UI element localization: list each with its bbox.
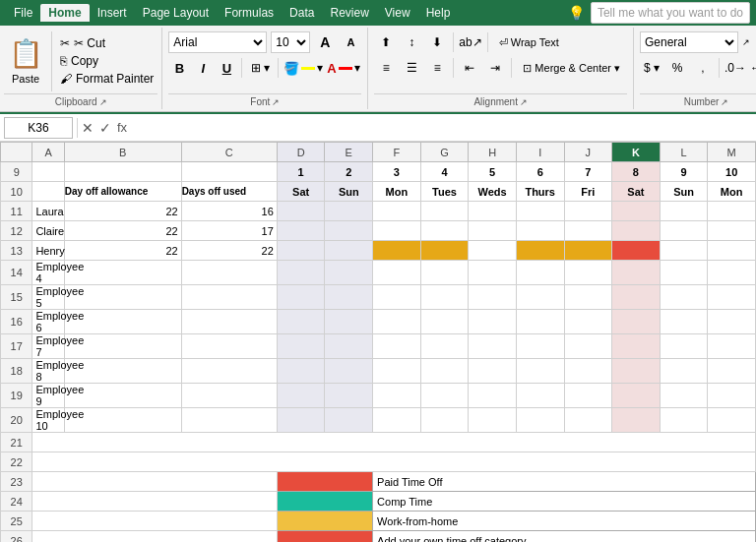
cell-19-J[interactable] — [564, 384, 612, 408]
cell-10-A[interactable] — [32, 182, 64, 202]
cell-10-D[interactable]: Sat — [277, 182, 325, 202]
cell-15-I[interactable] — [516, 285, 564, 310]
col-header-F[interactable]: F — [373, 143, 421, 162]
col-header-D[interactable]: D — [277, 143, 325, 162]
bold-button[interactable]: B — [168, 57, 190, 79]
cell-14-M[interactable] — [708, 261, 756, 285]
cell-12-K[interactable] — [612, 221, 661, 241]
decrease-indent-button[interactable]: ⇤ — [458, 57, 481, 79]
cell-17-H[interactable] — [469, 334, 517, 359]
cell-15-K[interactable] — [612, 285, 661, 310]
cell-10-M[interactable]: Mon — [708, 182, 756, 202]
menu-item-help[interactable]: Help — [418, 4, 459, 22]
cell-16-A[interactable]: Employee 6 — [32, 310, 64, 334]
cell-20-K[interactable] — [612, 408, 661, 433]
insert-function-icon[interactable]: fx — [117, 120, 127, 135]
cell-18-G[interactable] — [420, 359, 469, 384]
cell-14-H[interactable] — [469, 261, 517, 285]
cell-12-D[interactable] — [277, 221, 325, 241]
font-shrink-button[interactable]: A — [340, 31, 361, 53]
cell-19-F[interactable] — [373, 384, 421, 408]
cell-17-F[interactable] — [373, 334, 421, 359]
cell-13-B[interactable]: 22 — [64, 241, 181, 261]
tell-me-input[interactable]: Tell me what you want to do — [591, 2, 750, 24]
cell-16-D[interactable] — [277, 310, 325, 334]
number-format-select[interactable]: General — [640, 31, 738, 53]
cell-9-H[interactable]: 5 — [469, 162, 517, 182]
cell-12-J[interactable] — [564, 221, 612, 241]
cell-19-I[interactable] — [516, 384, 564, 408]
cell-12-A[interactable]: Claire — [32, 221, 64, 241]
cell-10-J[interactable]: Fri — [564, 182, 612, 202]
cell-17-K[interactable] — [612, 334, 661, 359]
menu-item-data[interactable]: Data — [282, 4, 322, 22]
cell-12-C[interactable]: 17 — [181, 221, 277, 241]
cell-21-rest[interactable] — [32, 433, 756, 452]
border-button[interactable]: ⊞ ▾ — [246, 57, 274, 79]
underline-button[interactable]: U — [216, 57, 237, 79]
cell-20-L[interactable] — [660, 408, 708, 433]
cell-9-F[interactable]: 3 — [373, 162, 421, 182]
cell-9-I[interactable]: 6 — [516, 162, 564, 182]
cell-16-E[interactable] — [325, 310, 373, 334]
cell-15-H[interactable] — [469, 285, 517, 310]
col-header-C[interactable]: C — [181, 143, 277, 162]
cell-9-L[interactable]: 9 — [660, 162, 708, 182]
col-header-H[interactable]: H — [469, 143, 517, 162]
cell-9-E[interactable]: 2 — [325, 162, 373, 182]
cell-11-K[interactable] — [612, 202, 661, 221]
cell-13-F[interactable] — [373, 241, 421, 261]
cell-13-C[interactable]: 22 — [181, 241, 277, 261]
cell-11-J[interactable] — [564, 202, 612, 221]
cell-9-M[interactable]: 10 — [708, 162, 756, 182]
cell-14-E[interactable] — [325, 261, 373, 285]
cell-13-H[interactable] — [469, 241, 517, 261]
cell-13-L[interactable] — [660, 241, 708, 261]
cell-13-I[interactable] — [516, 241, 564, 261]
col-header-L[interactable]: L — [660, 143, 708, 162]
comma-button[interactable]: , — [691, 57, 715, 79]
cell-10-I[interactable]: Thurs — [516, 182, 564, 202]
align-top-button[interactable]: ⬆ — [374, 31, 398, 53]
cell-12-B[interactable]: 22 — [64, 221, 181, 241]
cell-11-I[interactable] — [516, 202, 564, 221]
menu-item-page-layout[interactable]: Page Layout — [135, 4, 217, 22]
wrap-text-button[interactable]: ⏎ Wrap Text — [492, 31, 566, 53]
align-center-button[interactable]: ☰ — [400, 57, 423, 79]
cell-17-L[interactable] — [660, 334, 708, 359]
cell-11-H[interactable] — [469, 202, 517, 221]
cell-18-H[interactable] — [469, 359, 517, 384]
cell-20-M[interactable] — [708, 408, 756, 433]
cell-16-C[interactable] — [181, 310, 277, 334]
cell-19-L[interactable] — [660, 384, 708, 408]
cell-10-F[interactable]: Mon — [373, 182, 421, 202]
col-header-A[interactable]: A — [32, 143, 64, 162]
col-header-J[interactable]: J — [564, 143, 612, 162]
cell-13-E[interactable] — [325, 241, 373, 261]
cell-11-D[interactable] — [277, 202, 325, 221]
cell-10-H[interactable]: Weds — [469, 182, 517, 202]
menu-item-review[interactable]: Review — [322, 4, 376, 22]
cell-19-C[interactable] — [181, 384, 277, 408]
col-header-B[interactable]: B — [64, 143, 181, 162]
align-right-button[interactable]: ≡ — [425, 57, 449, 79]
cancel-formula-icon[interactable]: ✕ — [82, 120, 94, 136]
cell-14-K[interactable] — [612, 261, 661, 285]
menu-item-home[interactable]: Home — [40, 4, 89, 22]
cell-10-E[interactable]: Sun — [325, 182, 373, 202]
align-middle-button[interactable]: ↕ — [400, 31, 423, 53]
paste-button[interactable]: 📋 Paste — [4, 31, 52, 91]
percent-button[interactable]: % — [665, 57, 689, 79]
cell-12-F[interactable] — [373, 221, 421, 241]
cell-17-D[interactable] — [277, 334, 325, 359]
cell-9-K[interactable]: 8 — [612, 162, 661, 182]
cell-14-I[interactable] — [516, 261, 564, 285]
cell-14-D[interactable] — [277, 261, 325, 285]
cell-12-M[interactable] — [708, 221, 756, 241]
cell-11-G[interactable] — [420, 202, 469, 221]
cell-15-A[interactable]: Employee 5 — [32, 285, 64, 310]
cell-17-M[interactable] — [708, 334, 756, 359]
cell-18-M[interactable] — [708, 359, 756, 384]
cell-17-E[interactable] — [325, 334, 373, 359]
cell-15-C[interactable] — [181, 285, 277, 310]
